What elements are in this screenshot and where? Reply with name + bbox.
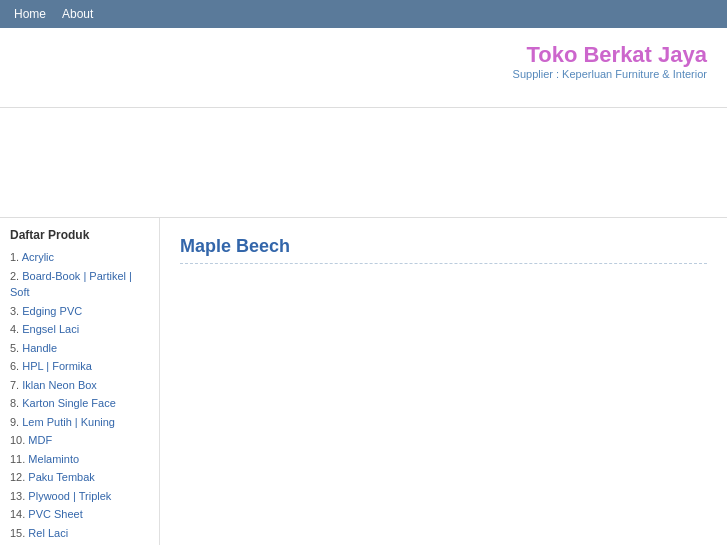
- site-title: Toko Berkat Jaya: [20, 42, 707, 68]
- top-navigation: Home About: [0, 0, 727, 28]
- product-link-iklan[interactable]: Iklan Neon Box: [22, 379, 97, 391]
- list-item: 10. MDF: [10, 431, 149, 450]
- list-item: 6. HPL | Formika: [10, 357, 149, 376]
- list-item: 9. Lem Putih | Kuning: [10, 413, 149, 432]
- product-link-mdf[interactable]: MDF: [28, 434, 52, 446]
- list-item: 14. PVC Sheet: [10, 505, 149, 524]
- product-link-pvc[interactable]: PVC Sheet: [28, 508, 82, 520]
- banner-area: [0, 108, 727, 218]
- main-content: Maple Beech: [160, 218, 727, 545]
- product-link-lem[interactable]: Lem Putih | Kuning: [22, 416, 115, 428]
- list-item: 8. Karton Single Face: [10, 394, 149, 413]
- product-link-board[interactable]: Board-Book | Partikel | Soft: [10, 270, 132, 299]
- product-link-engsel[interactable]: Engsel Laci: [22, 323, 79, 335]
- sidebar: Daftar Produk 1. Acrylic 2. Board-Book |…: [0, 218, 160, 545]
- product-link-hpl[interactable]: HPL | Formika: [22, 360, 92, 372]
- products-section-title: Daftar Produk: [10, 228, 149, 242]
- site-header: Toko Berkat Jaya Supplier : Keperluan Fu…: [0, 28, 727, 108]
- list-item: 11. Melaminto: [10, 450, 149, 469]
- list-item: 4. Engsel Laci: [10, 320, 149, 339]
- list-item: 2. Board-Book | Partikel | Soft: [10, 267, 149, 302]
- product-link-karton[interactable]: Karton Single Face: [22, 397, 116, 409]
- list-item: 7. Iklan Neon Box: [10, 376, 149, 395]
- nav-home[interactable]: Home: [10, 6, 50, 22]
- post-divider: [180, 263, 707, 264]
- product-link-edging[interactable]: Edging PVC: [22, 305, 82, 317]
- site-subtitle: Supplier : Keperluan Furniture & Interio…: [20, 68, 707, 80]
- list-item: 15. Rel Laci: [10, 524, 149, 543]
- product-link-plywood[interactable]: Plywood | Triplek: [28, 490, 111, 502]
- post-title[interactable]: Maple Beech: [180, 236, 707, 257]
- list-item: 12. Paku Tembak: [10, 468, 149, 487]
- nav-about[interactable]: About: [58, 6, 97, 22]
- product-link-acrylic[interactable]: Acrylic: [22, 251, 54, 263]
- main-layout: Daftar Produk 1. Acrylic 2. Board-Book |…: [0, 218, 727, 545]
- list-item: 13. Plywood | Triplek: [10, 487, 149, 506]
- product-link-rel[interactable]: Rel Laci: [28, 527, 68, 539]
- product-link-melaminto[interactable]: Melaminto: [28, 453, 79, 465]
- list-item: 3. Edging PVC: [10, 302, 149, 321]
- list-item: 5. Handle: [10, 339, 149, 358]
- product-list: 1. Acrylic 2. Board-Book | Partikel | So…: [10, 248, 149, 545]
- list-item: 1. Acrylic: [10, 248, 149, 267]
- product-link-handle[interactable]: Handle: [22, 342, 57, 354]
- product-link-paku[interactable]: Paku Tembak: [28, 471, 94, 483]
